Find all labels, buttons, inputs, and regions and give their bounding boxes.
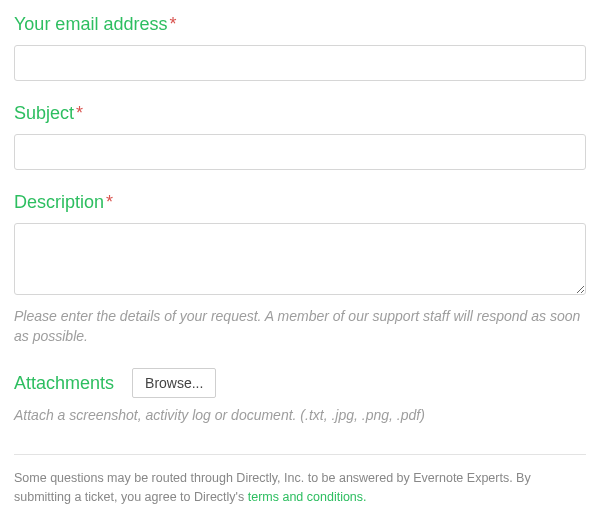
email-input[interactable] — [14, 45, 586, 81]
required-mark: * — [76, 103, 83, 123]
divider — [14, 454, 586, 455]
email-label-text: Your email address — [14, 14, 167, 34]
terms-link[interactable]: terms and conditions. — [248, 490, 367, 504]
description-field-group: Description* Please enter the details of… — [14, 192, 586, 346]
email-label: Your email address* — [14, 14, 586, 35]
required-mark: * — [106, 192, 113, 212]
description-hint: Please enter the details of your request… — [14, 307, 586, 346]
subject-label: Subject* — [14, 103, 586, 124]
browse-button[interactable]: Browse... — [132, 368, 216, 398]
required-mark: * — [169, 14, 176, 34]
attachments-row: Attachments Browse... — [14, 368, 586, 398]
subject-field-group: Subject* — [14, 103, 586, 170]
subject-label-text: Subject — [14, 103, 74, 123]
footer-note: Some questions may be routed through Dir… — [14, 469, 586, 507]
attachments-field-group: Attachments Browse... Attach a screensho… — [14, 368, 586, 426]
attachments-label: Attachments — [14, 373, 114, 394]
description-label: Description* — [14, 192, 586, 213]
subject-input[interactable] — [14, 134, 586, 170]
email-field-group: Your email address* — [14, 14, 586, 81]
attachments-hint: Attach a screenshot, activity log or doc… — [14, 406, 586, 426]
description-label-text: Description — [14, 192, 104, 212]
description-textarea[interactable] — [14, 223, 586, 295]
